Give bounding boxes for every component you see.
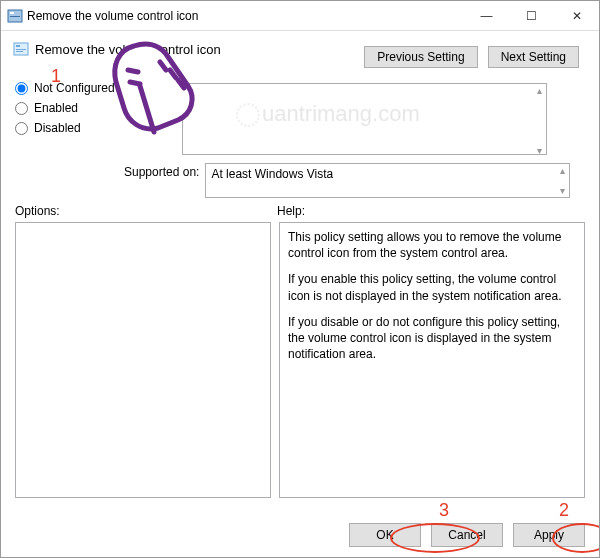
- svg-rect-1: [10, 12, 14, 14]
- comment-label: ent:: [156, 85, 176, 99]
- window-title: Remove the volume control icon: [27, 9, 464, 23]
- options-label: Options:: [15, 204, 277, 218]
- svg-rect-4: [16, 45, 20, 47]
- dialog-window: Remove the volume control icon — ☐ ✕ Rem…: [0, 0, 600, 558]
- scroll-down-icon[interactable]: ▾: [533, 145, 545, 156]
- svg-rect-6: [16, 51, 23, 52]
- scroll-up-icon[interactable]: ▴: [556, 165, 568, 176]
- header-title: Remove the volume control icon: [35, 42, 221, 57]
- apply-button[interactable]: Apply: [513, 523, 585, 547]
- radio-enabled-label: Enabled: [34, 101, 78, 115]
- svg-rect-5: [16, 49, 26, 50]
- policy-icon: [13, 41, 29, 57]
- ok-button[interactable]: OK: [349, 523, 421, 547]
- maximize-button[interactable]: ☐: [509, 1, 554, 31]
- comment-row: ent: ▴ ▾: [156, 83, 547, 158]
- help-label: Help:: [277, 204, 585, 218]
- supported-on-box: At least Windows Vista: [205, 163, 570, 198]
- supported-row: Supported on: At least Windows Vista ▴ ▾: [124, 163, 570, 198]
- help-paragraph: This policy setting allows you to remove…: [288, 229, 576, 261]
- supported-label: Supported on:: [124, 165, 199, 179]
- radio-not-configured-label: Not Configured: [34, 81, 115, 95]
- titlebar: Remove the volume control icon — ☐ ✕: [1, 1, 599, 31]
- radio-disabled-label: Disabled: [34, 121, 81, 135]
- svg-rect-2: [10, 16, 20, 17]
- close-button[interactable]: ✕: [554, 1, 599, 31]
- help-box: This policy setting allows you to remove…: [279, 222, 585, 498]
- supported-on-value: At least Windows Vista: [211, 167, 333, 181]
- policy-icon: [7, 8, 23, 24]
- nav-buttons: Previous Setting Next Setting: [364, 46, 579, 68]
- scroll-down-icon[interactable]: ▾: [556, 185, 568, 196]
- help-paragraph: If you enable this policy setting, the v…: [288, 271, 576, 303]
- previous-setting-button[interactable]: Previous Setting: [364, 46, 477, 68]
- radio-disabled-input[interactable]: [15, 122, 28, 135]
- footer-buttons: OK Cancel Apply: [349, 523, 585, 547]
- scroll-up-icon[interactable]: ▴: [533, 85, 545, 96]
- radio-not-configured-input[interactable]: [15, 82, 28, 95]
- next-setting-button[interactable]: Next Setting: [488, 46, 579, 68]
- comment-textarea[interactable]: [182, 83, 547, 155]
- lower-panel: Options: Help: This policy setting allow…: [1, 204, 599, 557]
- help-paragraph: If you disable or do not configure this …: [288, 314, 576, 363]
- cancel-button[interactable]: Cancel: [431, 523, 503, 547]
- minimize-button[interactable]: —: [464, 1, 509, 31]
- options-box: [15, 222, 271, 498]
- radio-enabled-input[interactable]: [15, 102, 28, 115]
